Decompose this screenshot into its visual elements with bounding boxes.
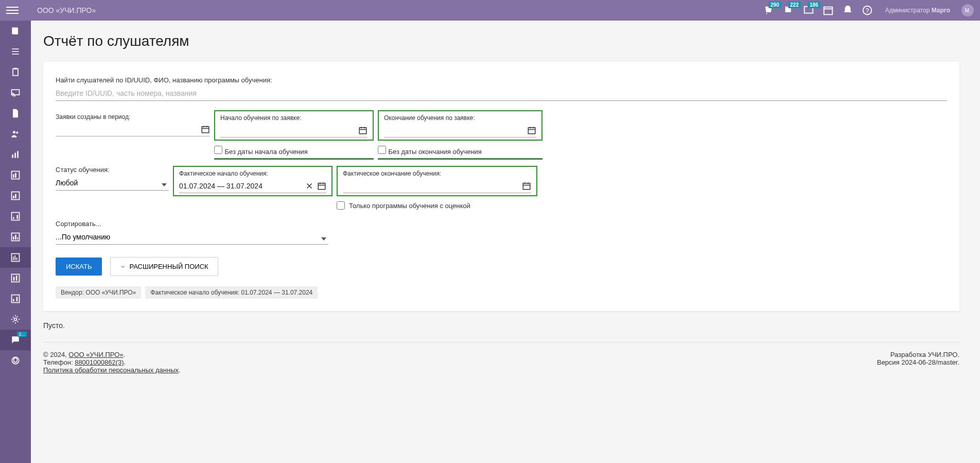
actual-start-input[interactable]: 01.07.2024 — 31.07.2024 [179,179,326,193]
end-label: Окончание обучения по заявке: [384,114,536,122]
status-select[interactable]: Любой [56,176,169,191]
svg-rect-9 [12,155,13,158]
svg-rect-10 [14,153,16,158]
user-block[interactable]: Администратор Марго [885,7,950,14]
sidebar-item-chart-4[interactable] [0,206,31,227]
footer: © 2024, ООО «УЧИ.ПРО». Телефон: 88001000… [43,342,959,386]
status-label: Статус обучения: [56,166,169,174]
svg-rect-5 [14,68,17,70]
sidebar: 2... [0,21,31,463]
page-title: Отчёт по слушателям [43,33,959,49]
svg-rect-29 [12,275,20,282]
calendar-icon[interactable] [522,181,531,191]
sidebar-item-book[interactable] [0,21,31,41]
sidebar-item-settings[interactable] [0,309,31,330]
svg-rect-31 [16,276,18,281]
svg-point-35 [14,318,17,321]
svg-rect-19 [13,217,14,219]
start-date-input[interactable] [220,124,367,138]
chevron-down-icon [120,264,126,270]
calendar-icon[interactable] [201,125,210,134]
badge-3: 186 [808,2,820,8]
main-content: Отчёт по слушателям Найти слушателей по … [31,21,980,463]
svg-rect-37 [202,127,209,133]
menu-toggle-icon[interactable] [6,4,19,16]
svg-rect-26 [13,256,14,260]
svg-point-7 [13,131,15,133]
avatar[interactable]: М. [961,4,974,16]
sidebar-chat-badge: 2... [17,332,27,337]
svg-rect-32 [12,295,20,303]
notification-2-icon[interactable]: 222 [783,5,795,16]
help-icon[interactable]: ? [862,5,873,16]
search-button[interactable]: ИСКАТЬ [56,258,102,276]
footer-version: Версия 2024-06-28/master. [877,358,959,366]
only-graded-label[interactable]: Только программы обучения с оценкой [349,202,470,210]
sidebar-item-chart-5[interactable] [0,227,31,247]
svg-text:?: ? [865,7,869,14]
search-label: Найти слушателей по ID/UUID, ФИО, назван… [56,76,947,84]
svg-rect-33 [13,299,14,301]
no-start-label[interactable]: Без даты начала обучения [224,148,307,156]
sidebar-item-users[interactable] [0,124,31,144]
svg-rect-13 [13,174,14,178]
created-date-input[interactable] [56,123,210,136]
sidebar-item-chat[interactable]: 2... [0,330,31,350]
sidebar-item-chart-active[interactable] [0,247,31,268]
sidebar-item-chart-2[interactable] [0,165,31,185]
user-role: Администратор [885,7,930,14]
empty-message: Пусто. [43,321,959,330]
svg-rect-17 [15,194,16,198]
svg-rect-24 [17,237,18,239]
svg-rect-20 [17,215,19,219]
footer-policy-link[interactable]: Политика обработки персональных данных [43,366,179,374]
no-end-checkbox[interactable] [378,146,386,154]
sidebar-item-list[interactable] [0,41,31,62]
created-label: Заявки созданы в период: [56,113,210,121]
calendar-icon[interactable] [358,126,367,135]
chip-vendor[interactable]: Вендор: ООО «УЧИ.ПРО» [56,286,141,299]
bell-icon[interactable] [842,5,853,16]
top-icons: 290 222 186 ? Администратор Марго М. [764,4,974,16]
sidebar-item-chart-1[interactable] [0,144,31,165]
footer-phone-link[interactable]: 88001000862(3) [75,358,124,366]
filter-chips: Вендор: ООО «УЧИ.ПРО» Фактическое начало… [56,286,947,299]
svg-rect-38 [359,128,366,134]
notification-3-icon[interactable]: 186 [803,5,814,16]
start-label: Начало обучения по заявке: [220,114,367,122]
svg-point-8 [16,131,18,133]
svg-rect-40 [318,183,325,190]
sidebar-item-chart-3[interactable] [0,185,31,206]
sidebar-item-cast[interactable] [0,82,31,103]
sidebar-item-document[interactable] [0,103,31,124]
svg-rect-39 [528,128,535,134]
actual-start-value: 01.07.2024 — 31.07.2024 [179,182,262,190]
user-name: Марго [932,7,950,14]
end-date-input[interactable] [384,124,536,138]
calendar-icon[interactable] [822,5,834,16]
svg-rect-27 [14,255,15,260]
calendar-icon[interactable] [527,126,536,135]
chip-dates[interactable]: Фактическое начало обучения: 01.07.2024 … [145,286,318,299]
sidebar-item-chart-6[interactable] [0,268,31,288]
sidebar-item-support[interactable] [0,350,31,371]
actual-start-label: Фактическое начало обучения: [179,170,326,177]
notification-1-icon[interactable]: 290 [764,5,775,16]
search-input[interactable] [56,86,947,101]
svg-rect-11 [17,151,19,158]
footer-dev: Разработка УЧИ.ПРО. [877,351,959,358]
svg-rect-30 [13,277,14,281]
footer-brand-link[interactable]: ООО «УЧИ.ПРО» [68,351,123,358]
sort-select[interactable]: ...По умолчанию [56,230,328,245]
sort-label: Сортировать... [56,220,328,228]
brand-name: ООО «УЧИ.ПРО» [37,6,764,14]
sidebar-item-chart-7[interactable] [0,288,31,309]
actual-end-input[interactable] [343,179,531,193]
calendar-icon[interactable] [317,181,326,191]
sidebar-item-clipboard[interactable] [0,62,31,82]
advanced-search-button[interactable]: РАСШИРЕННЫЙ ПОИСК [110,257,218,276]
clear-icon[interactable] [305,181,314,191]
no-end-label[interactable]: Без даты окончания обучения [388,148,481,156]
only-graded-checkbox[interactable] [337,201,345,210]
no-start-checkbox[interactable] [214,146,222,154]
